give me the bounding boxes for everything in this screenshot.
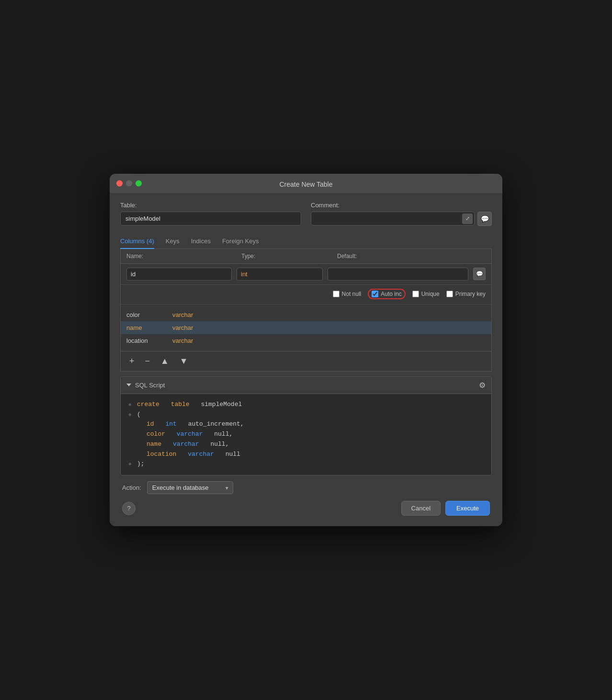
close-button[interactable] <box>116 180 123 186</box>
unique-checkbox-item[interactable]: Unique <box>412 291 440 297</box>
window-title: Create New Table <box>279 181 332 188</box>
table-name-input[interactable] <box>120 212 301 226</box>
bottom-buttons: ? Cancel Execute <box>120 496 492 518</box>
remove-column-button[interactable]: − <box>142 355 153 367</box>
sql-section: SQL Script ⚙ ◈ create table simpleModel … <box>120 376 492 476</box>
auto-inc-checkbox-item[interactable]: Auto inc <box>372 291 401 297</box>
auto-inc-highlight: Auto inc <box>368 289 405 299</box>
unique-checkbox[interactable] <box>412 291 419 297</box>
col-header-type: Type: <box>241 253 337 260</box>
move-up-button[interactable]: ▲ <box>158 355 172 367</box>
columns-header: Name: Type: Default: <box>121 249 491 264</box>
action-row: Action: Execute in database Generate SQL… <box>120 475 492 496</box>
sql-line-1: ◈ create table simpleModel <box>127 400 485 410</box>
sql-body: ◈ create table simpleModel ◈ ( id int au… <box>121 394 491 475</box>
data-rows: color varchar name varchar location varc… <box>121 305 491 351</box>
table-row[interactable]: location varchar <box>121 334 491 347</box>
maximize-button[interactable] <box>136 180 142 186</box>
expand-comment-button[interactable]: ⤢ <box>462 214 473 224</box>
sql-line-5: name varchar null, <box>127 440 485 450</box>
auto-inc-checkbox[interactable] <box>372 291 378 297</box>
execute-button[interactable]: Execute <box>445 501 490 516</box>
action-label: Action: <box>122 484 141 491</box>
dialog-action-buttons: Cancel Execute <box>401 501 490 516</box>
move-down-button[interactable]: ▼ <box>177 355 191 367</box>
collapse-icon[interactable] <box>126 384 131 386</box>
cancel-button[interactable]: Cancel <box>401 501 441 516</box>
table-row[interactable]: color varchar <box>121 308 491 321</box>
table-label: Table: <box>120 202 301 209</box>
add-column-button[interactable]: + <box>126 355 137 367</box>
minimize-button[interactable] <box>126 180 132 186</box>
action-select-wrap: Execute in database Generate SQL file Co… <box>147 481 233 494</box>
primary-key-checkbox[interactable] <box>446 291 453 297</box>
comment-message-button[interactable]: 💬 <box>477 212 492 226</box>
column-name-input[interactable] <box>126 268 232 281</box>
column-edit-row: 💬 <box>121 264 491 285</box>
not-null-checkbox-item[interactable]: Not null <box>333 291 362 297</box>
sql-line-3: id int auto_increment, <box>127 419 485 429</box>
tab-indices[interactable]: Indices <box>191 234 211 248</box>
column-comment-button[interactable]: 💬 <box>473 268 486 280</box>
col-header-name: Name: <box>126 253 241 260</box>
primary-key-checkbox-item[interactable]: Primary key <box>446 291 486 297</box>
columns-area: Name: Type: Default: 💬 Not null <box>120 249 492 372</box>
sql-line-6: location varchar null <box>127 450 485 460</box>
sql-line-2: ◈ ( <box>127 410 485 420</box>
comment-label: Comment: <box>311 202 492 209</box>
title-bar: Create New Table <box>110 174 502 193</box>
table-row[interactable]: name varchar <box>121 321 491 334</box>
column-type-input[interactable] <box>237 268 323 281</box>
col-header-default: Default: <box>337 253 486 260</box>
action-select[interactable]: Execute in database Generate SQL file Co… <box>147 481 233 494</box>
checkboxes-row: Not null Auto inc Unique Primary key <box>121 285 491 305</box>
tab-columns[interactable]: Columns (4) <box>120 234 154 248</box>
sql-section-title: SQL Script <box>135 382 165 389</box>
sql-line-7: ◈ ); <box>127 459 485 469</box>
not-null-checkbox[interactable] <box>333 291 340 297</box>
sql-line-4: color varchar null, <box>127 429 485 440</box>
tab-bar: Columns (4) Keys Indices Foreign Keys <box>120 234 492 249</box>
tab-foreign-keys[interactable]: Foreign Keys <box>222 234 259 248</box>
tab-keys[interactable]: Keys <box>166 234 180 248</box>
comment-input[interactable] <box>311 212 475 226</box>
columns-toolbar: + − ▲ ▼ <box>121 351 491 371</box>
help-button[interactable]: ? <box>122 502 136 515</box>
traffic-lights <box>116 180 142 186</box>
column-default-input[interactable] <box>328 268 468 281</box>
create-table-dialog: Create New Table Table: Comment: ⤢ 💬 <box>110 174 502 527</box>
sql-settings-button[interactable]: ⚙ <box>479 381 486 390</box>
sql-header: SQL Script ⚙ <box>121 377 491 394</box>
